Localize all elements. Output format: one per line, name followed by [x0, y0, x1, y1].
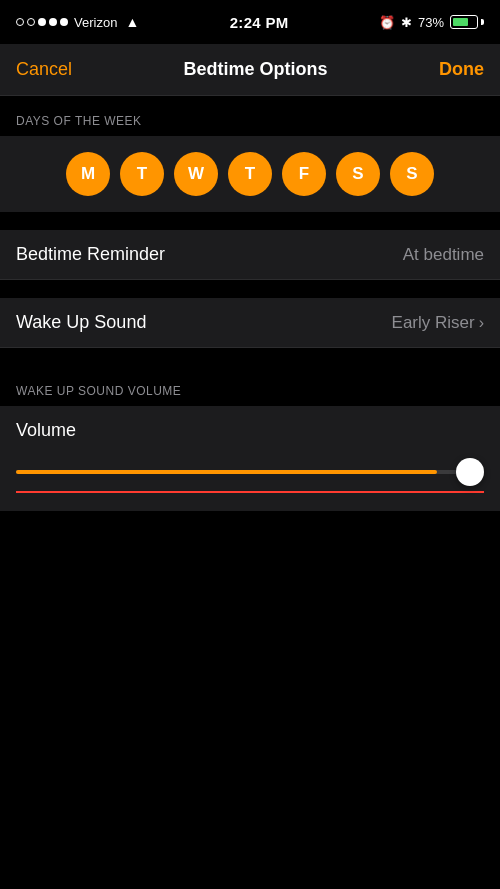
status-bar: Verizon ▲ 2:24 PM ⏰ ✱ 73%	[0, 0, 500, 44]
days-row: M T W T F S S	[0, 136, 500, 212]
day-monday[interactable]: M	[66, 152, 110, 196]
separator-1	[0, 212, 500, 230]
signal-dot-2	[27, 18, 35, 26]
bedtime-reminder-value: At bedtime	[403, 245, 484, 265]
volume-slider-container[interactable]	[16, 455, 484, 489]
bedtime-reminder-row[interactable]: Bedtime Reminder At bedtime	[0, 230, 500, 280]
alarm-icon: ⏰	[379, 15, 395, 30]
battery-percent: 73%	[418, 15, 444, 30]
carrier-label: Verizon	[74, 15, 117, 30]
day-friday[interactable]: F	[282, 152, 326, 196]
day-wednesday[interactable]: W	[174, 152, 218, 196]
status-time: 2:24 PM	[230, 14, 289, 31]
battery-body	[450, 15, 478, 29]
bluetooth-icon: ✱	[401, 15, 412, 30]
slider-track	[16, 470, 484, 474]
chevron-right-icon: ›	[479, 314, 484, 332]
volume-label: Volume	[16, 420, 484, 441]
signal-dot-5	[60, 18, 68, 26]
day-saturday[interactable]: S	[336, 152, 380, 196]
page-title: Bedtime Options	[184, 59, 328, 80]
bedtime-reminder-label: Bedtime Reminder	[16, 244, 165, 265]
wake-up-sound-value: Early Riser ›	[392, 313, 484, 333]
battery-icon	[450, 15, 484, 29]
status-right: ⏰ ✱ 73%	[379, 15, 484, 30]
nav-bar: Cancel Bedtime Options Done	[0, 44, 500, 96]
days-section-header: DAYS OF THE WEEK	[0, 96, 500, 136]
done-button[interactable]: Done	[439, 59, 484, 80]
separator-3	[0, 348, 500, 366]
day-tuesday[interactable]: T	[120, 152, 164, 196]
separator-2	[0, 280, 500, 298]
cancel-button[interactable]: Cancel	[16, 59, 72, 80]
day-sunday[interactable]: S	[390, 152, 434, 196]
signal-dot-4	[49, 18, 57, 26]
signal-dots	[16, 18, 68, 26]
slider-thumb[interactable]	[456, 458, 484, 486]
status-left: Verizon ▲	[16, 14, 139, 30]
volume-section-header: WAKE UP SOUND VOLUME	[0, 366, 500, 406]
wake-up-sound-row[interactable]: Wake Up Sound Early Riser ›	[0, 298, 500, 348]
day-thursday[interactable]: T	[228, 152, 272, 196]
red-line-indicator	[16, 491, 484, 493]
battery-tip	[481, 19, 484, 25]
slider-fill	[16, 470, 437, 474]
wake-up-sound-label: Wake Up Sound	[16, 312, 146, 333]
wifi-icon: ▲	[125, 14, 139, 30]
signal-dot-1	[16, 18, 24, 26]
signal-dot-3	[38, 18, 46, 26]
battery-fill	[453, 18, 468, 26]
volume-section: Volume	[0, 406, 500, 511]
